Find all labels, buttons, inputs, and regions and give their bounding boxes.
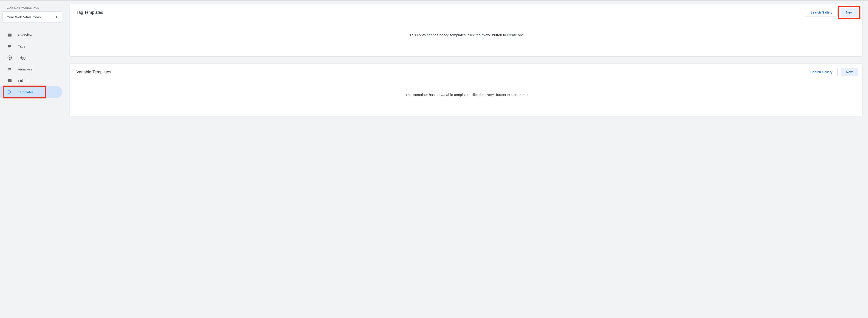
sidebar-item-label: Overview	[18, 33, 32, 37]
new-tag-template-button[interactable]: New	[841, 8, 858, 17]
sidebar-item-label: Variables	[18, 67, 32, 71]
search-gallery-button[interactable]: Search Gallery	[805, 68, 838, 76]
tag-icon	[7, 43, 12, 49]
sidebar-item-label: Folders	[18, 79, 29, 82]
button-label: New	[846, 10, 852, 14]
dashboard-icon	[7, 32, 12, 37]
main-content: Tag Templates Search Gallery New This co…	[64, 0, 868, 318]
sidebar-item-overview[interactable]: Overview	[0, 29, 62, 40]
empty-state-message: This container has no variable templates…	[76, 82, 858, 109]
sidebar-item-label: Templates	[18, 90, 33, 94]
svg-point-1	[9, 57, 10, 58]
sidebar-nav: Overview Tags Triggers Variables	[0, 29, 64, 98]
card-title: Tag Templates	[76, 10, 103, 15]
sidebar-item-templates[interactable]: Templates	[0, 86, 62, 98]
new-variable-template-button[interactable]: New	[841, 68, 858, 76]
folder-icon	[7, 78, 12, 83]
chevron-right-icon	[54, 14, 59, 20]
sidebar: CURRENT WORKSPACE Core Web Vitals meas..…	[0, 0, 64, 318]
sidebar-item-label: Triggers	[18, 56, 30, 60]
button-label: Search Gallery	[810, 10, 832, 14]
empty-state-message: This container has no tag templates, cli…	[76, 23, 858, 50]
sidebar-item-triggers[interactable]: Triggers	[0, 52, 62, 63]
sidebar-item-folders[interactable]: Folders	[0, 75, 62, 86]
workspace-section-label: CURRENT WORKSPACE	[0, 3, 64, 11]
sidebar-item-tags[interactable]: Tags	[0, 40, 62, 52]
search-gallery-button[interactable]: Search Gallery	[805, 8, 838, 17]
variable-templates-card: Variable Templates Search Gallery New Th…	[69, 63, 863, 116]
button-label: New	[846, 70, 852, 74]
template-icon	[7, 89, 12, 95]
workspace-selector[interactable]: Core Web Vitals meas...	[2, 11, 62, 23]
sidebar-item-variables[interactable]: Variables	[0, 63, 62, 75]
trigger-icon	[7, 55, 12, 60]
button-label: Search Gallery	[810, 70, 832, 74]
tag-templates-card: Tag Templates Search Gallery New This co…	[69, 4, 863, 57]
workspace-name: Core Web Vitals meas...	[7, 15, 54, 19]
variables-icon	[7, 66, 12, 72]
card-title: Variable Templates	[76, 70, 111, 75]
sidebar-item-label: Tags	[18, 44, 25, 48]
